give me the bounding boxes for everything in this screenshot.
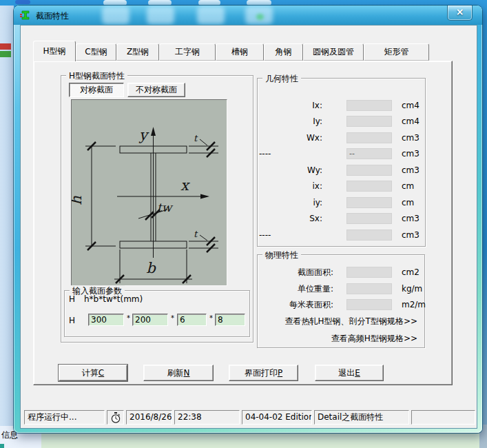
iy-radius-value-field <box>346 197 392 208</box>
row-type-label: H <box>69 316 75 325</box>
dim-b-label: b <box>146 260 156 276</box>
geometry-row: ---- -- cm3 <box>258 148 425 160</box>
section-diagram: y x h b tw t t <box>71 99 227 286</box>
tab-strip: H型钢 C型钢 Z型钢 工字钢 槽钢 角钢 圆钢及圆管 矩形管 <box>33 41 429 61</box>
unit-weight-value-field <box>346 283 392 294</box>
geometry-row: Ix: cm4 <box>258 100 425 112</box>
status-module: Detail之截面特性 <box>314 410 409 425</box>
desktop-icon-blob <box>247 0 271 6</box>
background-chip <box>0 444 4 448</box>
group-title: 物理特性 <box>262 250 301 261</box>
ix-value-field <box>346 100 392 111</box>
status-date: 2016/8/26 <box>126 410 172 425</box>
asymmetric-section-button[interactable]: 不对称截面 <box>127 83 185 97</box>
tab-angle-steel[interactable]: 角钢 <box>264 43 303 61</box>
clock-icon <box>110 412 121 424</box>
background-window-edge <box>0 6 14 427</box>
ix-radius-value-field <box>346 181 392 192</box>
reserved-value-field <box>346 230 392 241</box>
multiply-separator: * <box>171 314 174 322</box>
group-title: 几何特性 <box>262 73 301 85</box>
geometric-properties-group: 几何特性 Ix: cm4 Iy: cm4 Wx: cm3 ---- -- cm3 <box>257 78 426 247</box>
axis-y-label: y <box>138 127 149 143</box>
glass-reflection <box>147 6 174 24</box>
close-button[interactable]: × <box>447 6 473 21</box>
tab-i-steel[interactable]: 工字钢 <box>159 43 216 61</box>
flange-thickness-top-label: t <box>194 133 198 143</box>
tab-h-steel[interactable]: H型钢 <box>33 41 76 61</box>
group-title: H型钢截面特性 <box>66 70 127 82</box>
exit-button[interactable]: 退出E <box>315 365 384 381</box>
tab-z-steel[interactable]: Z型钢 <box>116 43 159 61</box>
background-window-body <box>41 431 480 448</box>
dialog-window: 截面特性 × H型钢 C型钢 Z型钢 工字钢 槽钢 角钢 圆钢及圆管 矩形管 H… <box>14 6 482 433</box>
tab-c-steel[interactable]: C型钢 <box>76 43 116 61</box>
glass-reflection <box>197 6 225 24</box>
wx-value-field <box>346 132 392 143</box>
input-h[interactable] <box>88 314 124 326</box>
multiply-separator: * <box>209 314 213 322</box>
status-empty <box>411 410 475 425</box>
physics-row: 单位重量: kg/m <box>258 283 424 295</box>
input-tw[interactable] <box>177 314 207 326</box>
print-button[interactable]: 界面打印P <box>229 365 298 381</box>
glass-reflection <box>102 6 129 24</box>
format-type-label: H <box>69 294 75 304</box>
calculate-button[interactable]: 计算C <box>59 365 127 381</box>
link-hot-rolled-specs[interactable]: 查看热轧H型钢、剖分T型钢规格>> <box>285 316 417 327</box>
multiply-separator: * <box>127 314 130 322</box>
axis-x-label: x <box>180 177 190 194</box>
desktop-icon-blob <box>198 0 220 6</box>
tab-rect-pipe[interactable]: 矩形管 <box>364 43 429 61</box>
physics-row: 每米表面积: m2/m <box>258 299 424 311</box>
geometry-row: ---- cm3 <box>258 230 425 241</box>
link-high-frequency-specs[interactable]: 查看高频H型钢规格>> <box>331 333 417 345</box>
area-value-field <box>346 267 392 278</box>
dim-h-label: h <box>72 196 85 205</box>
reserved-value-field: -- <box>346 148 392 159</box>
geometry-row: Wy: cm3 <box>258 165 425 176</box>
client-area: H型钢 C型钢 Z型钢 工字钢 槽钢 角钢 圆钢及圆管 矩形管 H型钢截面特性 … <box>20 25 477 429</box>
titlebar[interactable]: 截面特性 × <box>14 6 482 25</box>
geometry-row: Wx: cm3 <box>258 132 425 144</box>
geometry-row: Sx: cm3 <box>258 213 425 225</box>
refresh-button[interactable]: 刷新N <box>143 365 214 381</box>
wy-value-field <box>346 165 392 176</box>
desktop-icon-blob <box>15 0 30 4</box>
symmetric-section-button[interactable]: 对称截面 <box>69 83 124 97</box>
status-bar: 程序运行中... 2016/8/26 22:38 04-04-02 Editio… <box>21 409 477 427</box>
geometry-row: Iy: cm4 <box>258 116 425 128</box>
flange-thickness-bottom-label: t <box>194 229 198 239</box>
format-hint: h*b*tw*t(mm) <box>84 294 143 304</box>
window-title: 截面特性 <box>36 10 69 22</box>
status-edition: 04-04-02 Edition <box>242 410 312 425</box>
input-t[interactable] <box>215 314 245 326</box>
glass-reflection <box>256 14 264 20</box>
physical-properties-group: 物理特性 截面面积: cm2 单位重量: kg/m 每米表面积: m2/m 查看… <box>257 254 425 348</box>
status-clock-cell <box>107 410 124 425</box>
desktop-icon-blob <box>148 0 172 6</box>
surface-area-value-field <box>346 299 392 310</box>
tab-channel-steel[interactable]: 槽钢 <box>216 43 264 61</box>
input-b[interactable] <box>132 314 168 326</box>
close-icon: × <box>456 6 464 17</box>
status-running: 程序运行中... <box>24 410 105 425</box>
background-icon <box>0 43 11 57</box>
geometry-row: ix: cm <box>258 181 425 192</box>
tab-round-pipe[interactable]: 圆钢及圆管 <box>303 43 364 61</box>
physics-row: 截面面积: cm2 <box>258 267 424 278</box>
web-thickness-label: tw <box>157 201 174 214</box>
geometry-row: iy: cm <box>258 197 425 209</box>
app-icon <box>20 10 31 21</box>
desktop-icon-blob <box>103 0 127 6</box>
iy-value-field <box>346 116 392 127</box>
status-time: 22:38 <box>174 410 240 425</box>
sx-value-field <box>346 213 392 224</box>
